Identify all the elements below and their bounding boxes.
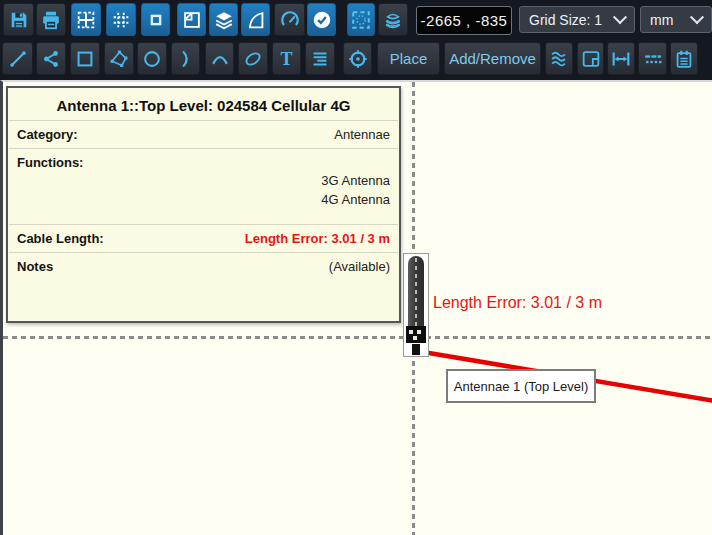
text-align-button[interactable] [305,42,335,75]
dimension-tool-button[interactable] [607,42,635,75]
page-corner-icon [181,9,203,31]
check-circle-icon [311,9,333,31]
notepad-icon [673,48,695,70]
align-lines-icon [309,48,331,70]
waves-tool-button[interactable] [545,42,573,75]
dashed-line-tool-button[interactable] [638,42,667,75]
panel-title: Antenna 1::Top Level: 024584 Cellular 4G [8,88,399,120]
cursor-coordinates: -2665 , -835 [416,6,512,35]
waves-icon [548,48,570,70]
add-remove-button[interactable]: Add/Remove [444,42,541,75]
page-setup-button[interactable] [177,3,206,36]
gauge-icon [279,9,301,31]
grid-toggle-button[interactable] [71,3,101,36]
arc-open-icon [175,48,197,70]
snap-grid-button[interactable] [106,3,136,36]
cable-length-error-value: Length Error: 3.01 / 3 m [245,231,390,246]
function-item: 4G Antenna [321,192,390,207]
line-icon [7,48,29,70]
dash-dot-line-icon [642,48,664,70]
antenna-connector [406,326,426,343]
save-button[interactable] [3,3,34,36]
notes-value: (Available) [329,259,390,274]
arc-mode-button[interactable] [241,3,270,36]
print-icon [40,9,62,31]
quadrant-icon [245,9,267,31]
length-error-annotation: Length Error: 3.01 / 3 m [433,294,602,312]
selection-marquee-button[interactable] [347,3,375,36]
arc-top-icon [209,48,231,70]
grid-size-dropdown[interactable]: Grid Size: 1 [519,6,635,33]
functions-label: Functions: [17,155,83,170]
notes-label: Notes [17,259,53,274]
layers-button[interactable] [209,3,238,36]
category-value: Antennae [334,127,390,142]
grid-size-value: Grid Size: 1 [529,12,602,28]
line-tool-button[interactable] [2,42,33,75]
layers-icon [213,9,235,31]
circle-tool-button[interactable] [137,42,167,75]
snap-grid-icon [110,9,132,31]
panel-corner-icon [580,48,602,70]
save-icon [8,9,30,31]
small-square-icon [145,9,167,31]
target-icon [347,48,369,70]
functions-values: 3G Antenna 4G Antenna [8,172,399,224]
drawing-canvas[interactable]: Length Error: 3.01 / 3 m Antennae 1 (Top… [0,80,712,535]
marquee-dots-icon [350,9,372,31]
snap-point-button[interactable] [141,3,170,36]
antenna-feed-stub [412,344,420,355]
category-label: Category: [17,127,78,142]
share-nodes-icon [40,48,62,70]
toolbar: -2665 , -835 Grid Size: 1 mm [0,0,712,80]
gauge-button[interactable] [274,3,305,36]
ellipse-icon [242,48,264,70]
circle-icon [141,48,163,70]
chevron-down-icon [613,10,627,24]
arc-3point-tool-button[interactable] [205,42,234,75]
unit-value: mm [650,12,673,28]
stacked-layers-button[interactable] [378,3,408,36]
panel-layout-button[interactable] [577,42,604,75]
place-button[interactable]: Place [377,42,440,75]
polygon-icon [108,48,130,70]
antenna-center-dash [415,258,417,328]
polygon-tool-button[interactable] [104,42,134,75]
arc-tool-button[interactable] [171,42,200,75]
grid-icon [75,9,97,31]
cable-length-label: Cable Length: [17,231,104,246]
chevron-down-icon [690,10,704,24]
dimension-arrow-icon [610,48,632,70]
notes-row: Notes (Available) [8,253,399,280]
antenna-symbol[interactable] [403,253,429,357]
cable-length-row: Cable Length: Length Error: 3.01 / 3 m [8,225,399,252]
component-info-panel: Antenna 1::Top Level: 024584 Cellular 4G… [6,86,401,323]
print-button[interactable] [36,3,66,36]
ellipse-tool-button[interactable] [238,42,268,75]
target-tool-button[interactable] [343,42,372,75]
category-row: Category: Antennae [8,121,399,148]
rectangle-tool-button[interactable] [70,42,100,75]
text-tool-icon: T [280,50,292,68]
antenna-name-label[interactable]: Antennae 1 (Top Level) [446,369,596,403]
validate-button[interactable] [307,3,336,36]
notes-tool-button[interactable] [670,42,698,75]
polyline-tool-button[interactable] [36,42,66,75]
text-tool-button[interactable]: T [272,42,301,75]
function-item: 3G Antenna [321,173,390,188]
unit-dropdown[interactable]: mm [640,6,712,33]
stacked-rows-icon [382,9,404,31]
functions-row: Functions: [8,149,399,172]
rectangle-icon [74,48,96,70]
